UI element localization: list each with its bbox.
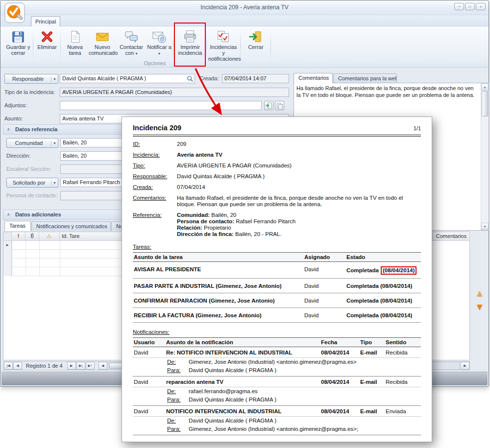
button-label: Eliminar: [35, 44, 59, 50]
tab-tareas[interactable]: Tareas: [4, 221, 31, 231]
tipo-incidencia-label: Tipo de la incidencia:: [4, 89, 55, 95]
search-icon[interactable]: [187, 75, 194, 83]
column-header: Asunto de la notificación: [166, 339, 321, 345]
ribbon-tab-strip: Principal: [0, 15, 489, 26]
table-row: RECIBIR LA FACTURA (Gimenez, Jose Antoni…: [133, 308, 421, 323]
paperclip-icon: [29, 232, 35, 239]
tipo-incidencia-field[interactable]: AVERIA URGENTE A PAGAR (Comunidades): [60, 88, 289, 97]
new-record-button[interactable]: ▶*: [86, 362, 95, 370]
previous-record-button[interactable]: ◀: [13, 362, 22, 370]
tarea-estado: Completada (08/04/2014): [346, 283, 420, 289]
scrollbar-thumb[interactable]: [482, 91, 488, 117]
restore-button[interactable]: □: [465, 3, 475, 10]
notif-para-row: Para: David Quintas Alcalde ( PRAGMA ): [133, 366, 421, 376]
de-value: rafael.ferrando@pragma.es: [189, 388, 258, 395]
sub-value: Rafael Ferrando Pitarch: [236, 218, 295, 224]
grid-line: [12, 241, 12, 276]
notification-record: David reparación antena TV 08/04/2014 E-…: [133, 377, 421, 406]
row-selector[interactable]: [3, 267, 12, 276]
escalera-label: Escalera/ Sección:: [6, 166, 51, 172]
button-label: Contactar con: [120, 44, 143, 56]
comentarios-column-header[interactable]: Comentarios: [433, 232, 470, 241]
window-title: Incidencia 209 - Averia antena TV: [0, 4, 489, 11]
notif-de-row: De: David Quintas Alcalde ( PRAGMA ): [133, 416, 421, 425]
scroll-right-icon[interactable]: ▶: [461, 362, 469, 370]
scroll-down-icon[interactable]: ▼: [481, 223, 489, 230]
warning-column-header[interactable]: ⚠: [39, 232, 60, 241]
table-row: PASAR PARTE A INDUSTRIAL (Gimenez, Jose …: [133, 279, 421, 293]
para-label: Para:: [167, 367, 189, 374]
svg-text:@: @: [159, 36, 164, 42]
para-value: Gimenez, Jose Antonio (Industrial) <anto…: [189, 426, 358, 432]
responsable-dropdown[interactable]: Responsable ▾: [4, 74, 58, 84]
first-record-button[interactable]: |◀: [4, 362, 13, 370]
close-window-button[interactable]: ×: [476, 3, 486, 10]
contactar-con-button[interactable]: Contactar con ▾: [117, 28, 146, 59]
tab-comentarios-web[interactable]: Comentarios para la web: [333, 73, 397, 83]
row-selector[interactable]: [3, 259, 12, 267]
notif-sentido: Recibida: [386, 379, 420, 385]
scroll-left-icon[interactable]: ◀: [98, 362, 107, 370]
solicitado-por-dropdown[interactable]: Solicitado por ▾: [6, 178, 58, 188]
field-label: Incidencia:: [133, 152, 177, 158]
incident-list-icon: [208, 29, 239, 44]
tarea-asunto: PASAR PARTE A INDUSTRIAL (Gimenez, Jose …: [134, 283, 304, 289]
field-value: David Quintas Alcalde ( PRAGMA ): [177, 173, 421, 180]
copy-attachment-button[interactable]: [275, 101, 284, 110]
para-value: David Quintas Alcalde ( PRAGMA ): [189, 367, 276, 374]
field-label: Comentarios:: [133, 195, 177, 208]
column-header: Usuario: [134, 339, 166, 345]
tarea-asunto: RECIBIR LA FACTURA (Gimenez, Jose Antoni…: [134, 312, 304, 319]
attachment-column-header[interactable]: [25, 232, 39, 241]
notif-fecha: 08/04/2014: [321, 408, 360, 415]
minimize-button[interactable]: ─: [454, 3, 464, 10]
fecha-highlight: (08/04/2014): [381, 266, 416, 275]
creada-field[interactable]: 07/04/2014 14:07: [222, 74, 289, 83]
ribbon-separator: [33, 29, 33, 62]
row-marker-icon[interactable]: ▸: [3, 241, 12, 250]
tab-notificaciones-comunicados[interactable]: Notificaciones y comunicados: [31, 221, 111, 231]
nueva-tarea-button[interactable]: Nueva tarea: [62, 28, 88, 59]
row-selector[interactable]: [3, 250, 12, 259]
comunidad-dropdown[interactable]: Comunidad ▾: [6, 138, 58, 148]
estado-fecha: (08/04/2014): [380, 312, 412, 318]
adjuntos-label: Adjuntos:: [4, 102, 27, 108]
responsable-field[interactable]: David Quintas Alcalde ( PRAGMA ): [60, 74, 195, 83]
notif-sentido: Enviada: [386, 408, 420, 415]
eliminar-button[interactable]: Eliminar: [35, 28, 59, 59]
direccion-value: Bailén, 20: [63, 153, 87, 159]
field-label: Referencia:: [133, 212, 177, 237]
notif-fecha: 08/04/2014: [321, 379, 360, 385]
table-header: Asunto de la tarea Asignado Estado: [133, 252, 421, 262]
comments-scrollbar[interactable]: ▲ ▼: [481, 83, 489, 230]
scroll-up-icon[interactable]: ▲: [481, 83, 489, 91]
add-attachment-button[interactable]: [264, 101, 273, 110]
last-record-button[interactable]: ▶|: [76, 362, 85, 370]
sub-value: Bailén, 20 - PRAL.: [235, 231, 282, 237]
ribbon-separator: [173, 29, 173, 62]
notificar-a-button[interactable]: @ Notificar a ▾: [147, 28, 172, 59]
guardar-y-cerrar-button[interactable]: Guardar y cerrar: [4, 28, 32, 59]
cerrar-button[interactable]: Cerrar: [242, 28, 270, 59]
exclamation-column-header[interactable]: !: [12, 232, 25, 241]
collapse-icon: ∧: [7, 210, 10, 219]
table-row: David reparación antena TV 08/04/2014 E-…: [133, 377, 421, 387]
notif-fecha: 08/04/2014: [321, 350, 360, 356]
notif-asunto: reparación antena TV: [166, 379, 321, 385]
tarea-estado: Completada (08/04/2014): [346, 266, 420, 275]
imprimir-incidencia-button[interactable]: Imprimir incidencia: [176, 28, 204, 59]
sub-label: Dirección de la finca:: [177, 231, 234, 237]
tab-principal[interactable]: Principal: [31, 16, 60, 26]
next-record-button[interactable]: ▶: [67, 362, 76, 370]
nuevo-comunicado-button[interactable]: Nuevo comunicado: [89, 28, 116, 59]
ribbon-separator: [206, 29, 207, 62]
incidencias-y-notificaciones-button[interactable]: Incidencias y notificaciones: [208, 28, 239, 59]
column-header: Tipo: [360, 339, 386, 345]
app-logo-icon[interactable]: [4, 2, 25, 24]
printer-icon: [176, 29, 204, 44]
tab-comentarios[interactable]: Comentarios: [294, 73, 333, 83]
adjuntos-field[interactable]: [60, 101, 262, 110]
move-down-button[interactable]: ▼: [474, 301, 486, 313]
move-up-button[interactable]: ▲: [474, 287, 486, 299]
ribbon-separator: [270, 29, 271, 62]
